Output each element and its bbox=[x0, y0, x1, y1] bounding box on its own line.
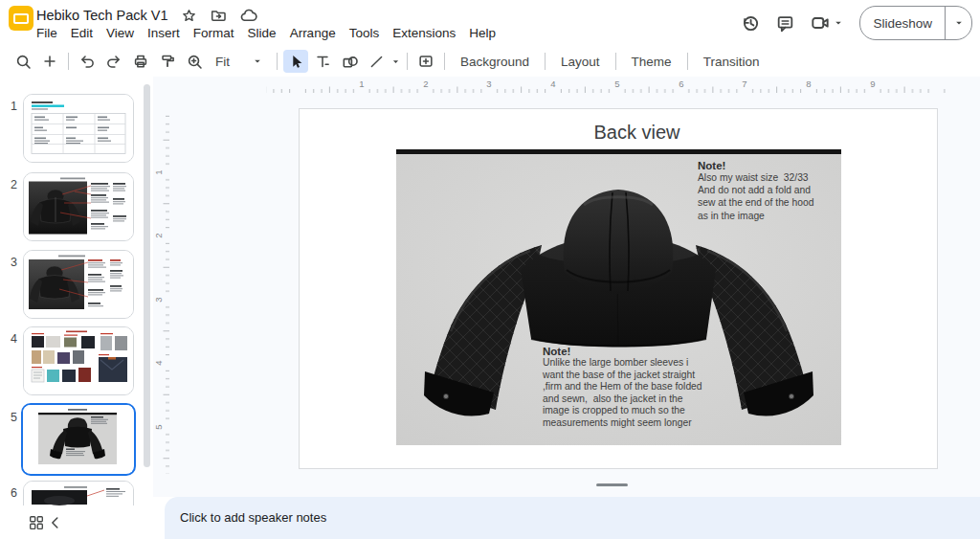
chevron-left-icon bbox=[47, 514, 64, 531]
menu-edit[interactable]: Edit bbox=[64, 24, 100, 42]
ruler-v-3: 3 bbox=[153, 294, 165, 305]
undo-button[interactable] bbox=[75, 50, 100, 73]
slide-number-4: 4 bbox=[2, 332, 17, 346]
slide-title[interactable]: Back view bbox=[414, 122, 859, 144]
cloud-saved-icon[interactable] bbox=[239, 7, 257, 25]
search-icon bbox=[14, 53, 33, 71]
comments-icon[interactable] bbox=[775, 13, 795, 34]
thumbnail-4-preview bbox=[24, 327, 133, 394]
menu-extensions[interactable]: Extensions bbox=[386, 24, 462, 42]
jacket-back-image[interactable]: Note! Also my waist size 32/33 And do no… bbox=[396, 149, 841, 445]
plus-icon bbox=[41, 53, 58, 70]
menu-arrange[interactable]: Arrange bbox=[283, 24, 343, 42]
ruler-h-9: 9 bbox=[867, 79, 879, 89]
shapes-icon bbox=[341, 53, 359, 71]
menu-insert[interactable]: Insert bbox=[141, 24, 187, 42]
select-tool-button[interactable] bbox=[283, 50, 308, 73]
slideshow-dropdown-button[interactable] bbox=[946, 16, 971, 30]
slide-thumbnail-5-selected[interactable] bbox=[21, 403, 136, 476]
version-history-icon[interactable] bbox=[740, 12, 761, 34]
paint-format-button[interactable] bbox=[155, 50, 180, 73]
grid-view-button[interactable] bbox=[28, 514, 45, 531]
print-button[interactable] bbox=[128, 50, 153, 73]
redo-icon bbox=[105, 53, 122, 70]
line-icon bbox=[368, 54, 385, 70]
menu-tools[interactable]: Tools bbox=[343, 24, 387, 42]
redo-button[interactable] bbox=[101, 50, 126, 73]
ruler-v-4: 4 bbox=[153, 357, 165, 369]
notes-resize-handle[interactable] bbox=[596, 483, 628, 486]
document-title[interactable]: Hebiko Tech Pack V1 bbox=[36, 8, 168, 23]
theme-button[interactable]: Theme bbox=[621, 55, 682, 69]
line-tool-button[interactable] bbox=[364, 50, 389, 73]
ruler-h-3: 3 bbox=[483, 79, 495, 89]
grid-view-icon bbox=[28, 514, 45, 531]
shapes-button[interactable] bbox=[337, 50, 362, 73]
zoom-value: Fit bbox=[215, 55, 230, 69]
ruler-v-5: 5 bbox=[153, 421, 165, 433]
search-menus-button[interactable] bbox=[11, 50, 35, 73]
transition-button[interactable]: Transition bbox=[693, 55, 770, 69]
zoom-caret-icon bbox=[251, 55, 264, 68]
slides-logo-glyph bbox=[13, 13, 29, 24]
layout-button[interactable]: Layout bbox=[550, 55, 611, 69]
toolbar-divider bbox=[687, 53, 688, 70]
toolbar-divider bbox=[545, 53, 546, 70]
slide-filmstrip: 1 2 bbox=[0, 77, 153, 505]
line-caret-icon bbox=[390, 56, 402, 68]
menu-slide[interactable]: Slide bbox=[241, 24, 283, 42]
slideshow-button[interactable]: Slideshow bbox=[860, 16, 945, 31]
slide-thumbnail-6[interactable] bbox=[23, 481, 134, 505]
note-bottom-textbox[interactable]: Note! Unlike the large bomber sleeves i … bbox=[543, 346, 713, 430]
toolbar-divider bbox=[407, 53, 408, 70]
speaker-notes-panel[interactable]: Click to add speaker notes bbox=[165, 497, 980, 539]
slide-thumbnail-2[interactable] bbox=[23, 172, 134, 241]
star-icon[interactable] bbox=[181, 8, 197, 24]
thumbnail-6-preview bbox=[24, 482, 133, 505]
zoom-select[interactable]: Fit bbox=[208, 55, 272, 69]
menu-file[interactable]: File bbox=[30, 24, 64, 42]
toolbar-divider bbox=[277, 53, 278, 70]
menu-help[interactable]: Help bbox=[462, 24, 502, 42]
slideshow-split-button: Slideshow bbox=[859, 6, 972, 40]
collapse-filmstrip-button[interactable] bbox=[47, 514, 64, 531]
top-bar: Hebiko Tech Pack V1 File Edit View Inser… bbox=[0, 0, 980, 46]
slide-number-6: 6 bbox=[2, 486, 17, 500]
toolbar-divider bbox=[68, 53, 69, 70]
toolbar-divider bbox=[444, 53, 445, 70]
move-folder-icon[interactable] bbox=[210, 7, 227, 24]
top-actions: Slideshow bbox=[740, 7, 972, 39]
note-bottom-heading: Note! bbox=[543, 346, 713, 357]
print-icon bbox=[132, 53, 149, 70]
menu-format[interactable]: Format bbox=[187, 24, 241, 42]
zoom-button[interactable] bbox=[182, 50, 207, 73]
video-call-icon bbox=[810, 12, 831, 34]
video-call-caret-icon bbox=[832, 16, 845, 30]
thumbnail-1-preview bbox=[24, 95, 133, 162]
line-tool-caret-button[interactable] bbox=[390, 56, 402, 68]
background-button[interactable]: Background bbox=[450, 55, 540, 69]
toolbar-divider bbox=[615, 53, 616, 70]
google-slides-app: Hebiko Tech Pack V1 File Edit View Inser… bbox=[0, 0, 980, 539]
ruler-h-5: 5 bbox=[612, 79, 623, 89]
slide-number-1: 1 bbox=[2, 100, 17, 113]
text-box-icon bbox=[314, 53, 331, 70]
note-top-textbox[interactable]: Note! Also my waist size 32/33 And do no… bbox=[698, 160, 839, 222]
text-box-button[interactable] bbox=[310, 50, 335, 73]
slide-number-3: 3 bbox=[2, 256, 17, 269]
slide-page[interactable]: Back view bbox=[299, 108, 938, 469]
paint-format-icon bbox=[159, 53, 176, 70]
ruler-h-1: 1 bbox=[356, 79, 368, 89]
cursor-icon bbox=[287, 53, 304, 70]
thumbnail-5-preview bbox=[23, 405, 132, 472]
video-call-group[interactable] bbox=[810, 12, 845, 34]
menu-view[interactable]: View bbox=[100, 24, 141, 42]
slide-thumbnail-4[interactable] bbox=[23, 326, 134, 395]
new-slide-button[interactable] bbox=[37, 50, 62, 73]
filmstrip-scrollbar[interactable] bbox=[144, 84, 150, 467]
slide-thumbnail-1[interactable] bbox=[23, 94, 134, 163]
speaker-notes-placeholder[interactable]: Click to add speaker notes bbox=[180, 510, 326, 525]
thumbnail-2-preview bbox=[24, 173, 133, 240]
slide-thumbnail-3[interactable] bbox=[23, 250, 134, 319]
insert-placeholder-button[interactable] bbox=[413, 50, 438, 73]
